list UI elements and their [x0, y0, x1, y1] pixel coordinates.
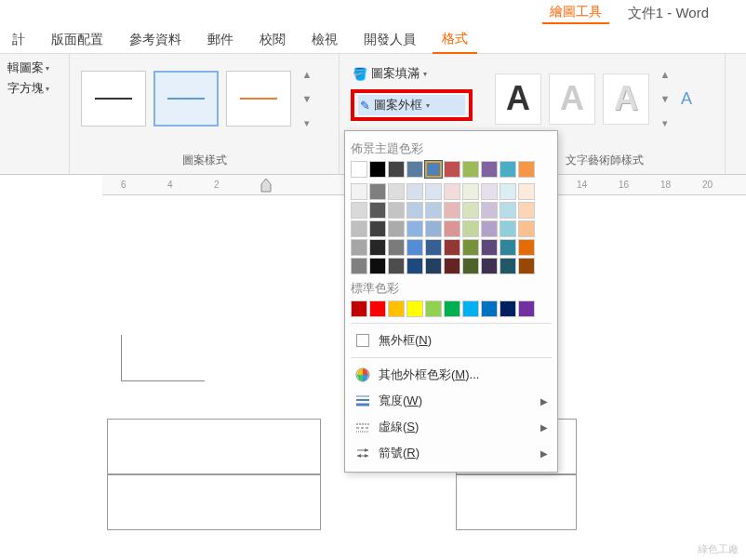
theme-color-swatch[interactable]: [500, 161, 516, 178]
theme-shade-swatch[interactable]: [518, 258, 535, 274]
style-gallery-up[interactable]: ▲: [299, 63, 315, 86]
theme-shade-swatch[interactable]: [500, 239, 516, 256]
theme-shade-swatch[interactable]: [388, 239, 405, 256]
theme-color-swatch[interactable]: [481, 161, 498, 178]
theme-shade-swatch[interactable]: [351, 258, 367, 274]
style-gallery-more[interactable]: ▾: [299, 112, 315, 134]
tab-mailings[interactable]: 郵件: [198, 27, 243, 53]
standard-color-swatch[interactable]: [518, 300, 535, 317]
theme-shade-swatch[interactable]: [369, 239, 386, 256]
standard-color-swatch[interactable]: [406, 300, 423, 317]
theme-shade-swatch[interactable]: [351, 202, 367, 219]
shape-fill-button[interactable]: 🪣 圖案填滿 ▾: [351, 63, 473, 84]
text-style-2[interactable]: A: [549, 73, 595, 125]
theme-shade-swatch[interactable]: [425, 183, 442, 200]
theme-shade-swatch[interactable]: [369, 220, 386, 237]
theme-shade-swatch[interactable]: [406, 220, 423, 237]
theme-shade-swatch[interactable]: [388, 183, 405, 200]
text-gallery-more[interactable]: ▾: [657, 112, 673, 134]
theme-shade-swatch[interactable]: [406, 239, 423, 256]
tab-developer[interactable]: 開發人員: [354, 27, 425, 53]
theme-shade-swatch[interactable]: [388, 220, 405, 237]
theme-shade-swatch[interactable]: [462, 220, 479, 237]
theme-color-swatch[interactable]: [351, 161, 367, 178]
theme-color-swatch[interactable]: [462, 161, 479, 178]
theme-shade-swatch[interactable]: [462, 202, 479, 219]
text-style-1[interactable]: A: [495, 73, 541, 125]
theme-shade-swatch[interactable]: [444, 202, 460, 219]
theme-shade-swatch[interactable]: [444, 239, 460, 256]
theme-shade-swatch[interactable]: [481, 202, 498, 219]
theme-color-swatch[interactable]: [406, 161, 423, 178]
edit-shape-button[interactable]: 輯圖案▾: [7, 60, 61, 76]
theme-shade-swatch[interactable]: [406, 183, 423, 200]
text-box-button[interactable]: 字方塊▾: [7, 80, 61, 97]
theme-shade-swatch[interactable]: [518, 239, 535, 256]
drawing-tools-tab[interactable]: 繪圖工具: [542, 2, 609, 24]
standard-color-swatch[interactable]: [481, 300, 498, 317]
text-style-3[interactable]: A: [603, 73, 649, 125]
theme-shade-swatch[interactable]: [369, 183, 386, 200]
table-cell-1[interactable]: [107, 419, 321, 474]
tab-review[interactable]: 校閱: [250, 27, 295, 53]
outline-dashes-item[interactable]: 虛線(S) ▶: [351, 414, 552, 440]
theme-shade-swatch[interactable]: [481, 183, 498, 200]
theme-shade-swatch[interactable]: [500, 183, 516, 200]
theme-color-swatch[interactable]: [425, 161, 442, 178]
theme-shade-swatch[interactable]: [425, 258, 442, 274]
theme-shade-swatch[interactable]: [462, 239, 479, 256]
theme-shade-swatch[interactable]: [500, 258, 516, 274]
tab-format[interactable]: 格式: [433, 26, 477, 54]
theme-shade-swatch[interactable]: [500, 220, 516, 237]
theme-shade-swatch[interactable]: [462, 258, 479, 274]
theme-shade-swatch[interactable]: [500, 202, 516, 219]
theme-shade-swatch[interactable]: [481, 239, 498, 256]
theme-shade-swatch[interactable]: [518, 202, 535, 219]
theme-shade-swatch[interactable]: [518, 220, 535, 237]
tab-layout[interactable]: 版面配置: [42, 27, 113, 53]
standard-color-swatch[interactable]: [500, 300, 516, 317]
text-gallery-up[interactable]: ▲: [657, 63, 673, 86]
standard-color-swatch[interactable]: [369, 300, 386, 317]
line-shape[interactable]: [121, 335, 205, 381]
theme-shade-swatch[interactable]: [425, 220, 442, 237]
text-fill-a-icon[interactable]: A: [681, 89, 692, 109]
theme-shade-swatch[interactable]: [351, 239, 367, 256]
shape-style-2[interactable]: [153, 71, 219, 127]
theme-shade-swatch[interactable]: [481, 220, 498, 237]
theme-color-swatch[interactable]: [388, 161, 405, 178]
theme-shade-swatch[interactable]: [406, 202, 423, 219]
theme-shade-swatch[interactable]: [425, 202, 442, 219]
no-outline-item[interactable]: 無外框(N): [351, 327, 552, 353]
standard-color-swatch[interactable]: [388, 300, 405, 317]
theme-shade-swatch[interactable]: [369, 202, 386, 219]
theme-shade-swatch[interactable]: [518, 183, 535, 200]
theme-color-swatch[interactable]: [518, 161, 535, 178]
theme-shade-swatch[interactable]: [406, 258, 423, 274]
tab-design[interactable]: 計: [3, 27, 34, 53]
theme-shade-swatch[interactable]: [388, 202, 405, 219]
theme-shade-swatch[interactable]: [444, 183, 460, 200]
theme-shade-swatch[interactable]: [351, 183, 367, 200]
standard-color-swatch[interactable]: [425, 300, 442, 317]
theme-shade-swatch[interactable]: [425, 239, 442, 256]
shape-style-3[interactable]: [226, 71, 291, 127]
table-cell-2[interactable]: [107, 474, 321, 530]
table-cell-4[interactable]: [456, 474, 577, 530]
theme-color-swatch[interactable]: [369, 161, 386, 178]
theme-shade-swatch[interactable]: [444, 258, 460, 274]
standard-color-swatch[interactable]: [444, 300, 460, 317]
tab-references[interactable]: 參考資料: [120, 27, 191, 53]
theme-color-swatch[interactable]: [444, 161, 460, 178]
theme-shade-swatch[interactable]: [369, 258, 386, 274]
theme-shade-swatch[interactable]: [388, 258, 405, 274]
standard-color-swatch[interactable]: [462, 300, 479, 317]
outline-arrows-item[interactable]: 箭號(R) ▶: [351, 440, 552, 466]
theme-shade-swatch[interactable]: [351, 220, 367, 237]
text-gallery-down[interactable]: ▼: [657, 87, 673, 110]
tab-view[interactable]: 檢視: [302, 27, 347, 53]
theme-shade-swatch[interactable]: [481, 258, 498, 274]
theme-shade-swatch[interactable]: [444, 220, 460, 237]
shape-style-1[interactable]: [81, 71, 146, 127]
outline-width-item[interactable]: 寬度(W) ▶: [351, 388, 552, 414]
